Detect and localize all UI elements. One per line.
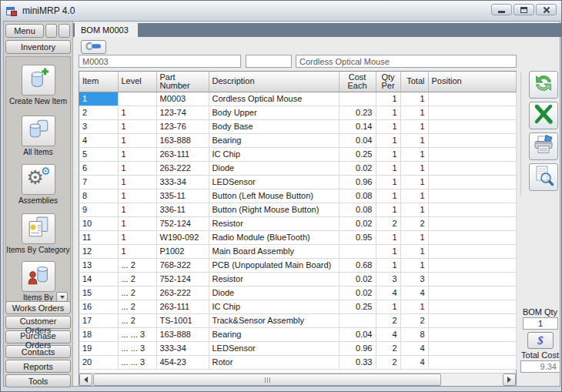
cell-position[interactable] — [428, 272, 516, 286]
cell-item[interactable]: 7 — [79, 175, 118, 189]
cell-description[interactable]: Button (Left Mouse Button) — [209, 189, 339, 203]
scroll-right-button[interactable] — [503, 374, 516, 386]
table-row[interactable]: 20... ... 3454-23Rotor0.3324 — [79, 355, 516, 369]
cell-position[interactable] — [428, 203, 516, 216]
scroll-left-button[interactable] — [79, 374, 92, 386]
table-row[interactable]: 81335-11Button (Left Mouse Button)0.0811 — [79, 189, 516, 203]
description-field[interactable] — [296, 55, 517, 68]
cell-cost_each[interactable]: 0.33 — [339, 355, 376, 369]
cell-part_number[interactable]: P1002 — [156, 244, 209, 258]
cell-position[interactable] — [428, 300, 516, 313]
cell-item[interactable]: 9 — [79, 203, 118, 216]
cell-total[interactable]: 1 — [400, 189, 428, 203]
cell-position[interactable] — [428, 313, 516, 327]
cell-total[interactable]: 1 — [400, 161, 428, 175]
cell-qty_per[interactable]: 2 — [376, 216, 400, 230]
table-row[interactable]: 1M0003Cordless Optical Mouse11 — [79, 92, 516, 106]
cell-total[interactable]: 3 — [400, 272, 428, 286]
cell-part_number[interactable]: 123-76 — [156, 119, 209, 133]
cell-position[interactable] — [428, 355, 516, 369]
cell-cost_each[interactable]: 0.25 — [339, 147, 376, 161]
items-by-button[interactable] — [22, 261, 55, 292]
table-row[interactable]: 18... ... 3163-888Bearing0.0448 — [79, 327, 516, 341]
cell-level[interactable]: 1 — [118, 189, 156, 203]
cell-cost_each[interactable]: 0.25 — [339, 300, 376, 313]
menu-button[interactable]: Menu — [5, 24, 44, 38]
cell-item[interactable]: 2 — [79, 106, 118, 119]
cell-part_number[interactable]: 768-322 — [156, 258, 209, 272]
cell-level[interactable]: ... 2 — [118, 272, 156, 286]
table-row[interactable]: 14... 2752-124Resistor0.0233 — [79, 272, 516, 286]
cell-part_number[interactable]: 263-222 — [156, 161, 209, 175]
cell-qty_per[interactable]: 1 — [376, 133, 400, 147]
cell-level[interactable]: ... ... 3 — [118, 341, 156, 355]
cell-level[interactable]: ... 2 — [118, 313, 156, 327]
cell-level[interactable]: 1 — [118, 216, 156, 230]
table-row[interactable]: 13... 2768-322PCB (Unpopulated Main Boar… — [79, 258, 516, 272]
items-by-category-button[interactable] — [22, 213, 55, 244]
cell-cost_each[interactable]: 0.68 — [339, 258, 376, 272]
cell-description[interactable]: Bearing — [209, 133, 339, 147]
cell-description[interactable]: Resistor — [209, 272, 339, 286]
close-button[interactable] — [536, 4, 557, 15]
column-header-part-number[interactable]: Part Number — [156, 72, 209, 92]
cell-qty_per[interactable]: 1 — [376, 203, 400, 216]
cell-total[interactable]: 1 — [400, 300, 428, 313]
cell-total[interactable]: 4 — [400, 355, 428, 369]
cell-cost_each[interactable]: 0.23 — [339, 106, 376, 119]
cell-total[interactable]: 8 — [400, 327, 428, 341]
cell-description[interactable]: Diode — [209, 286, 339, 300]
cell-position[interactable] — [428, 133, 516, 147]
cell-description[interactable]: Bearing — [209, 327, 339, 341]
inventory-button[interactable]: Inventory — [5, 40, 71, 54]
sidebar-item-purchase-orders[interactable]: Purchase Orders — [5, 330, 71, 343]
cell-cost_each[interactable]: 0.02 — [339, 272, 376, 286]
table-row[interactable]: 15... 2263-222Diode0.0244 — [79, 286, 516, 300]
cell-position[interactable] — [428, 147, 516, 161]
cell-total[interactable]: 2 — [400, 216, 428, 230]
cell-position[interactable] — [428, 244, 516, 258]
cell-description[interactable]: Rotor — [209, 355, 339, 369]
cell-item[interactable]: 14 — [79, 272, 118, 286]
cell-total[interactable]: 1 — [400, 147, 428, 161]
cell-description[interactable]: Resistor — [209, 216, 339, 230]
cell-part_number[interactable]: M0003 — [156, 92, 209, 106]
cell-qty_per[interactable]: 1 — [376, 258, 400, 272]
cell-description[interactable]: LEDSensor — [209, 175, 339, 189]
cell-position[interactable] — [428, 230, 516, 244]
cell-position[interactable] — [428, 189, 516, 203]
sidebar-item-works-orders[interactable]: Works Orders — [5, 301, 71, 314]
cell-item[interactable]: 1 — [79, 92, 118, 106]
cell-cost_each[interactable]: 0.02 — [339, 216, 376, 230]
cell-description[interactable]: LEDSensor — [209, 341, 339, 355]
cell-part_number[interactable]: 263-111 — [156, 300, 209, 313]
cell-cost_each[interactable]: 0.95 — [339, 230, 376, 244]
cell-qty_per[interactable]: 1 — [376, 147, 400, 161]
cell-qty_per[interactable]: 1 — [376, 189, 400, 203]
cell-description[interactable]: Button (Right Mouse Button) — [209, 203, 339, 216]
cell-cost_each[interactable]: 0.04 — [339, 327, 376, 341]
cell-qty_per[interactable]: 4 — [376, 327, 400, 341]
cell-total[interactable]: 4 — [400, 341, 428, 355]
column-header-total[interactable]: Total — [400, 72, 428, 92]
cell-part_number[interactable]: 123-74 — [156, 106, 209, 119]
cell-item[interactable]: 16 — [79, 300, 118, 313]
cell-qty_per[interactable]: 2 — [376, 341, 400, 355]
cell-position[interactable] — [428, 341, 516, 355]
export-excel-button[interactable] — [529, 102, 558, 129]
assemblies-button[interactable]: ⚙ ⚙ — [22, 164, 55, 195]
cell-level[interactable]: 1 — [118, 203, 156, 216]
cell-item[interactable]: 4 — [79, 133, 118, 147]
cell-level[interactable]: ... 2 — [118, 300, 156, 313]
cell-item[interactable]: 8 — [79, 189, 118, 203]
table-row[interactable]: 101752-124Resistor0.0222 — [79, 216, 516, 230]
cell-total[interactable]: 1 — [400, 106, 428, 119]
cell-part_number[interactable]: 263-111 — [156, 147, 209, 161]
cell-total[interactable]: 2 — [400, 313, 428, 327]
table-row[interactable]: 41163-888Bearing0.0411 — [79, 133, 516, 147]
part-number-field[interactable] — [79, 55, 241, 68]
cell-cost_each[interactable] — [339, 244, 376, 258]
cell-qty_per[interactable]: 1 — [376, 300, 400, 313]
cell-total[interactable]: 1 — [400, 244, 428, 258]
cell-cost_each[interactable]: 0.02 — [339, 286, 376, 300]
